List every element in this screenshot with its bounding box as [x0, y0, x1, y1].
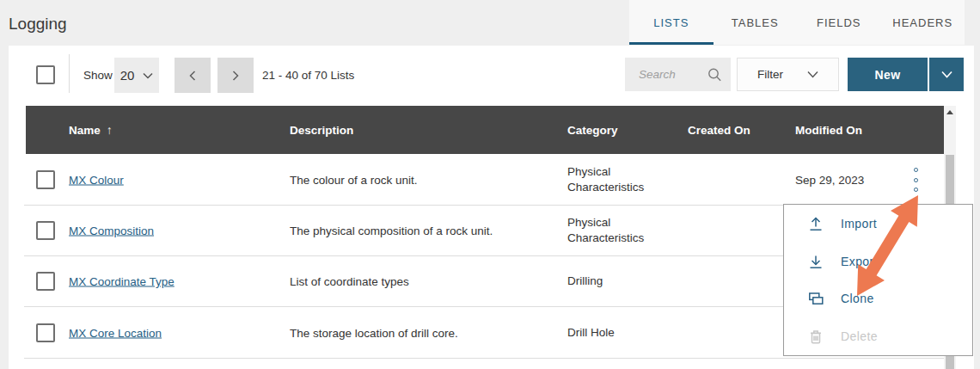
- new-split-button: New: [848, 58, 964, 91]
- show-label: Show: [83, 69, 113, 82]
- new-button[interactable]: New: [848, 58, 928, 91]
- list-name-link[interactable]: MX Coordinate Type: [69, 275, 175, 288]
- screen: Logging LISTS TABLES FIELDS HEADERS Show…: [0, 0, 980, 369]
- search-icon: [707, 67, 722, 83]
- list-name-link[interactable]: MX Core Location: [69, 326, 162, 339]
- page-size-value: 20: [120, 68, 135, 83]
- row-checkbox[interactable]: [36, 221, 55, 240]
- category-cell: Drill Hole: [567, 324, 679, 340]
- tab-label: FIELDS: [817, 16, 861, 29]
- pagination-range-text: 21 - 40 of 70 Lists: [262, 69, 354, 82]
- chevron-left-icon: [189, 71, 196, 81]
- row-checkbox[interactable]: [36, 170, 55, 189]
- row-menu-button[interactable]: [908, 168, 923, 192]
- sort-ascending-icon: ↑: [107, 123, 113, 137]
- menu-item-label: Import: [841, 217, 877, 231]
- tab-bar: LISTS TABLES FIELDS HEADERS: [629, 0, 965, 45]
- tab-label: LISTS: [653, 16, 689, 29]
- column-header-name[interactable]: Name↑: [69, 123, 113, 137]
- page-title: Logging: [9, 15, 67, 34]
- download-icon: [807, 253, 824, 270]
- column-header-category[interactable]: Category: [567, 124, 618, 137]
- description-cell: List of coordinate types: [290, 275, 409, 288]
- category-cell: Physical Characteristics: [567, 164, 679, 195]
- list-name-link[interactable]: MX Colour: [69, 174, 124, 187]
- row-checkbox[interactable]: [36, 323, 55, 342]
- chevron-down-icon: [143, 72, 153, 79]
- tab-label: HEADERS: [892, 16, 952, 29]
- trash-icon: [807, 328, 824, 345]
- tab-fields[interactable]: FIELDS: [797, 0, 881, 45]
- select-all-checkbox[interactable]: [36, 65, 55, 84]
- description-cell: The colour of a rock unit.: [290, 174, 418, 187]
- filter-button[interactable]: Filter: [737, 58, 839, 91]
- description-cell: The storage location of drill core.: [290, 326, 458, 339]
- tab-tables[interactable]: TABLES: [714, 0, 798, 45]
- tab-lists[interactable]: LISTS: [629, 0, 714, 45]
- list-name-link[interactable]: MX Composition: [69, 224, 154, 237]
- previous-page-button[interactable]: [175, 58, 211, 93]
- modified-on-cell: Sep 29, 2023: [795, 174, 864, 187]
- description-cell: The physical composition of a rock unit.: [290, 224, 493, 237]
- filter-label: Filter: [757, 68, 783, 81]
- menu-item-label: Delete: [841, 329, 878, 343]
- search-box: [625, 58, 731, 91]
- next-page-button[interactable]: [217, 58, 254, 93]
- chevron-right-icon: [232, 71, 239, 81]
- menu-item-label: Export: [841, 255, 878, 268]
- menu-item-delete[interactable]: Delete: [784, 317, 972, 355]
- new-dropdown-button[interactable]: [929, 58, 964, 91]
- search-input[interactable]: [637, 67, 707, 82]
- new-button-label: New: [875, 68, 901, 82]
- row-divider: [24, 358, 944, 359]
- kebab-dot: [914, 188, 918, 192]
- upload-icon: [807, 215, 824, 232]
- scroll-up-icon[interactable]: [946, 110, 953, 114]
- chevron-down-icon: [941, 71, 952, 78]
- toolbar-divider: [69, 54, 70, 93]
- column-header-description[interactable]: Description: [290, 124, 353, 137]
- category-cell: Physical Characteristics: [567, 215, 679, 246]
- menu-item-import[interactable]: Import: [784, 205, 972, 243]
- tab-label: TABLES: [732, 16, 779, 29]
- kebab-dot: [914, 178, 918, 182]
- table-row: MX Colour The colour of a rock unit. Phy…: [0, 155, 974, 205]
- table-header: Name↑ Description Category Created On Mo…: [26, 106, 944, 154]
- menu-item-label: Clone: [841, 292, 874, 305]
- page-size-select[interactable]: 20: [114, 58, 159, 93]
- category-cell: Drilling: [567, 274, 679, 289]
- menu-item-clone[interactable]: Clone: [784, 280, 972, 318]
- kebab-dot: [914, 168, 918, 172]
- chevron-down-icon: [807, 71, 818, 78]
- menu-item-export[interactable]: Export: [784, 243, 972, 280]
- row-checkbox[interactable]: [36, 272, 55, 291]
- tab-headers[interactable]: HEADERS: [881, 0, 965, 45]
- column-header-modified-on[interactable]: Modified On: [795, 124, 862, 137]
- row-context-menu: Import Export Clone: [783, 204, 973, 356]
- column-header-created-on[interactable]: Created On: [688, 124, 750, 137]
- clone-icon: [807, 290, 824, 307]
